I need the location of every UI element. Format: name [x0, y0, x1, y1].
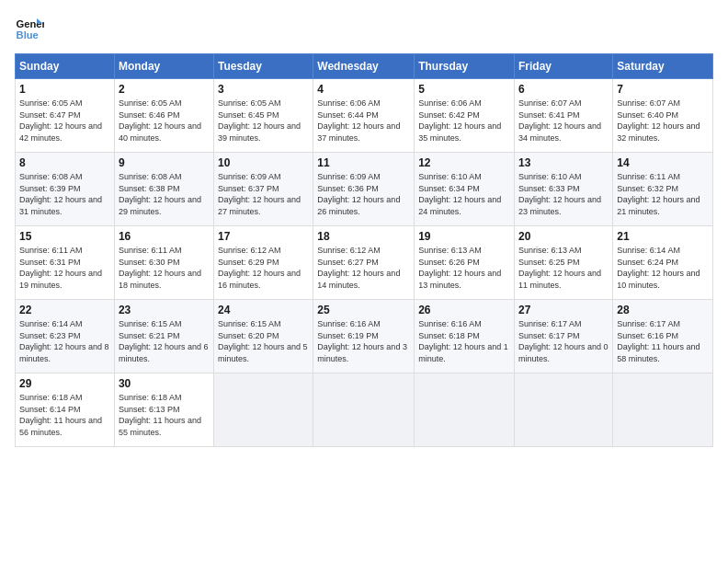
calendar-cell: 16 Sunrise: 6:11 AM Sunset: 6:30 PM Dayl…: [114, 226, 213, 300]
day-info: Sunrise: 6:06 AM Sunset: 6:42 PM Dayligh…: [418, 98, 510, 144]
calendar-cell: 19 Sunrise: 6:13 AM Sunset: 6:26 PM Dayl…: [415, 226, 515, 300]
day-number: 15: [19, 230, 110, 243]
calendar-cell: 24 Sunrise: 6:15 AM Sunset: 6:20 PM Dayl…: [214, 300, 313, 373]
calendar-cell: 11 Sunrise: 6:09 AM Sunset: 6:36 PM Dayl…: [313, 153, 415, 226]
day-number: 10: [218, 156, 309, 169]
day-info: Sunrise: 6:12 AM Sunset: 6:29 PM Dayligh…: [218, 245, 309, 291]
day-info: Sunrise: 6:11 AM Sunset: 6:31 PM Dayligh…: [19, 245, 110, 291]
calendar-body: 1 Sunrise: 6:05 AM Sunset: 6:47 PM Dayli…: [16, 79, 713, 447]
day-number: 2: [119, 83, 210, 96]
calendar-cell: 17 Sunrise: 6:12 AM Sunset: 6:29 PM Dayl…: [214, 226, 313, 300]
day-info: Sunrise: 6:17 AM Sunset: 6:17 PM Dayligh…: [518, 318, 609, 364]
day-number: 16: [119, 230, 210, 243]
calendar-cell: 30 Sunrise: 6:18 AM Sunset: 6:13 PM Dayl…: [114, 373, 213, 447]
day-info: Sunrise: 6:07 AM Sunset: 6:41 PM Dayligh…: [518, 98, 609, 144]
calendar-cell: [613, 373, 713, 447]
day-number: 13: [518, 156, 609, 169]
day-info: Sunrise: 6:16 AM Sunset: 6:18 PM Dayligh…: [418, 318, 510, 364]
day-number: 17: [218, 230, 309, 243]
calendar-cell: 13 Sunrise: 6:10 AM Sunset: 6:33 PM Dayl…: [515, 153, 613, 226]
calendar-week-3: 15 Sunrise: 6:11 AM Sunset: 6:31 PM Dayl…: [16, 226, 713, 300]
calendar-cell: 20 Sunrise: 6:13 AM Sunset: 6:25 PM Dayl…: [515, 226, 613, 300]
calendar-cell: 15 Sunrise: 6:11 AM Sunset: 6:31 PM Dayl…: [16, 226, 115, 300]
day-info: Sunrise: 6:15 AM Sunset: 6:21 PM Dayligh…: [119, 318, 210, 364]
calendar-cell: 7 Sunrise: 6:07 AM Sunset: 6:40 PM Dayli…: [613, 79, 713, 153]
calendar-cell: 26 Sunrise: 6:16 AM Sunset: 6:18 PM Dayl…: [415, 300, 515, 373]
calendar-table: SundayMondayTuesdayWednesdayThursdayFrid…: [15, 53, 713, 447]
calendar-cell: 5 Sunrise: 6:06 AM Sunset: 6:42 PM Dayli…: [415, 79, 515, 153]
calendar-week-5: 29 Sunrise: 6:18 AM Sunset: 6:14 PM Dayl…: [16, 373, 713, 447]
calendar-cell: 25 Sunrise: 6:16 AM Sunset: 6:19 PM Dayl…: [313, 300, 415, 373]
logo-icon: General Blue: [15, 15, 44, 44]
svg-text:General: General: [17, 18, 44, 29]
day-info: Sunrise: 6:15 AM Sunset: 6:20 PM Dayligh…: [218, 318, 309, 364]
day-info: Sunrise: 6:06 AM Sunset: 6:44 PM Dayligh…: [317, 98, 410, 144]
day-number: 8: [19, 156, 110, 169]
calendar-cell: 22 Sunrise: 6:14 AM Sunset: 6:23 PM Dayl…: [16, 300, 115, 373]
day-number: 21: [617, 230, 709, 243]
day-number: 6: [518, 83, 609, 96]
day-number: 20: [518, 230, 609, 243]
calendar-cell: [214, 373, 313, 447]
calendar-cell: 4 Sunrise: 6:06 AM Sunset: 6:44 PM Dayli…: [313, 79, 415, 153]
calendar-cell: 3 Sunrise: 6:05 AM Sunset: 6:45 PM Dayli…: [214, 79, 313, 153]
day-number: 30: [119, 377, 210, 390]
day-info: Sunrise: 6:18 AM Sunset: 6:13 PM Dayligh…: [119, 392, 210, 438]
calendar-cell: 6 Sunrise: 6:07 AM Sunset: 6:41 PM Dayli…: [515, 79, 613, 153]
svg-text:Blue: Blue: [17, 29, 39, 40]
calendar-cell: 12 Sunrise: 6:10 AM Sunset: 6:34 PM Dayl…: [415, 153, 515, 226]
calendar-week-2: 8 Sunrise: 6:08 AM Sunset: 6:39 PM Dayli…: [16, 153, 713, 226]
day-info: Sunrise: 6:10 AM Sunset: 6:33 PM Dayligh…: [518, 171, 609, 217]
calendar-header-tuesday: Tuesday: [214, 54, 313, 79]
calendar-cell: 28 Sunrise: 6:17 AM Sunset: 6:16 PM Dayl…: [613, 300, 713, 373]
day-number: 3: [218, 83, 309, 96]
calendar-header-row: SundayMondayTuesdayWednesdayThursdayFrid…: [16, 54, 713, 79]
day-info: Sunrise: 6:14 AM Sunset: 6:24 PM Dayligh…: [617, 245, 709, 291]
calendar-cell: 2 Sunrise: 6:05 AM Sunset: 6:46 PM Dayli…: [114, 79, 213, 153]
day-number: 27: [518, 304, 609, 316]
calendar-cell: 10 Sunrise: 6:09 AM Sunset: 6:37 PM Dayl…: [214, 153, 313, 226]
day-number: 11: [317, 156, 410, 169]
day-number: 23: [119, 304, 210, 316]
day-info: Sunrise: 6:14 AM Sunset: 6:23 PM Dayligh…: [19, 318, 110, 364]
calendar-cell: 18 Sunrise: 6:12 AM Sunset: 6:27 PM Dayl…: [313, 226, 415, 300]
day-info: Sunrise: 6:09 AM Sunset: 6:36 PM Dayligh…: [317, 171, 410, 217]
calendar-cell: 21 Sunrise: 6:14 AM Sunset: 6:24 PM Dayl…: [613, 226, 713, 300]
calendar-cell: [313, 373, 415, 447]
day-number: 25: [317, 304, 410, 316]
calendar-header-saturday: Saturday: [613, 54, 713, 79]
day-number: 19: [418, 230, 510, 243]
calendar-cell: 29 Sunrise: 6:18 AM Sunset: 6:14 PM Dayl…: [16, 373, 115, 447]
calendar-cell: 8 Sunrise: 6:08 AM Sunset: 6:39 PM Dayli…: [16, 153, 115, 226]
day-info: Sunrise: 6:12 AM Sunset: 6:27 PM Dayligh…: [317, 245, 410, 291]
calendar-cell: [415, 373, 515, 447]
calendar-cell: 1 Sunrise: 6:05 AM Sunset: 6:47 PM Dayli…: [16, 79, 115, 153]
day-info: Sunrise: 6:18 AM Sunset: 6:14 PM Dayligh…: [19, 392, 110, 438]
day-info: Sunrise: 6:17 AM Sunset: 6:16 PM Dayligh…: [617, 318, 709, 364]
day-number: 1: [19, 83, 110, 96]
day-number: 9: [119, 156, 210, 169]
day-number: 14: [617, 156, 709, 169]
calendar-page: General Blue SundayMondayTuesdayWednesda…: [0, 0, 728, 563]
day-number: 12: [418, 156, 510, 169]
calendar-header-monday: Monday: [114, 54, 213, 79]
calendar-header-friday: Friday: [515, 54, 613, 79]
day-info: Sunrise: 6:11 AM Sunset: 6:32 PM Dayligh…: [617, 171, 709, 217]
day-info: Sunrise: 6:13 AM Sunset: 6:25 PM Dayligh…: [518, 245, 609, 291]
day-number: 4: [317, 83, 410, 96]
calendar-cell: [515, 373, 613, 447]
page-header: General Blue: [15, 15, 713, 44]
calendar-cell: 9 Sunrise: 6:08 AM Sunset: 6:38 PM Dayli…: [114, 153, 213, 226]
day-number: 7: [617, 83, 709, 96]
calendar-header-thursday: Thursday: [415, 54, 515, 79]
day-number: 24: [218, 304, 309, 316]
day-info: Sunrise: 6:16 AM Sunset: 6:19 PM Dayligh…: [317, 318, 410, 364]
day-number: 28: [617, 304, 709, 316]
calendar-header-wednesday: Wednesday: [313, 54, 415, 79]
day-info: Sunrise: 6:09 AM Sunset: 6:37 PM Dayligh…: [218, 171, 309, 217]
day-info: Sunrise: 6:10 AM Sunset: 6:34 PM Dayligh…: [418, 171, 510, 217]
day-info: Sunrise: 6:05 AM Sunset: 6:46 PM Dayligh…: [119, 98, 210, 144]
calendar-week-4: 22 Sunrise: 6:14 AM Sunset: 6:23 PM Dayl…: [16, 300, 713, 373]
day-number: 5: [418, 83, 510, 96]
day-info: Sunrise: 6:08 AM Sunset: 6:39 PM Dayligh…: [19, 171, 110, 217]
